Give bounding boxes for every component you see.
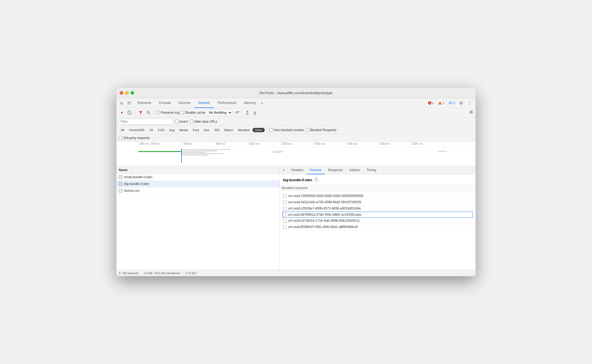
- help-icon[interactable]: ?: [314, 178, 318, 182]
- tabs-right-area: × 6 ! 3 9: [427, 100, 473, 107]
- ruler-mark-7: 1600 ms: [346, 142, 378, 147]
- filter-icon-btn[interactable]: [137, 109, 144, 116]
- tab-elements[interactable]: Elements: [134, 98, 155, 108]
- ruler-mark-3: 800 ms: [215, 142, 248, 147]
- resource-checkbox[interactable]: [283, 225, 286, 229]
- download-icon[interactable]: [252, 109, 258, 116]
- resource-checkbox[interactable]: [283, 213, 286, 217]
- type-all-button[interactable]: All: [119, 128, 127, 132]
- svg-line-9: [128, 111, 131, 114]
- type-other-button[interactable]: Other: [252, 128, 265, 132]
- timeline-ruler: 200 ms 400 ms 600 ms 800 ms 1000 ms 1200…: [138, 142, 476, 147]
- type-js-button[interactable]: JS: [147, 128, 155, 132]
- type-font-button[interactable]: Font: [191, 128, 201, 132]
- ruler-mark-5: 1200 ms: [280, 142, 313, 147]
- cursor-icon[interactable]: [119, 100, 126, 107]
- svg-point-7: [461, 102, 462, 104]
- file-row[interactable]: big-bundle-0.wbn: [116, 181, 279, 187]
- warning-badge[interactable]: ! 3: [437, 101, 446, 105]
- resource-checkbox[interactable]: [283, 219, 286, 223]
- resource-row[interactable]: urn:uuid:4d12c42e-e735-4088-8bd2-0f415f7…: [283, 199, 472, 205]
- info-badge[interactable]: 9: [447, 101, 456, 105]
- timeline-bar-gray-3: [182, 152, 206, 153]
- timeline-bar-gray-5: [182, 155, 209, 155]
- traffic-lights: [120, 91, 134, 95]
- resource-checkbox[interactable]: [283, 194, 286, 198]
- error-badge[interactable]: × 6: [427, 101, 435, 105]
- file-list: Name small-bundle-0.wbn: [116, 166, 280, 270]
- has-blocked-cookies-checkbox[interactable]: Has blocked cookies: [269, 128, 304, 132]
- detail-tab-headers[interactable]: Headers: [288, 166, 307, 174]
- title-bar: DevTools - www.jefftk.com/test/wbn9/prot…: [116, 88, 476, 98]
- type-filter-bar: All Fetch/XHR JS CSS Img Media Font Doc …: [116, 126, 476, 134]
- file-list-header: Name: [116, 166, 279, 174]
- resource-checkbox[interactable]: [283, 207, 286, 210]
- svg-marker-10: [139, 111, 142, 114]
- filter-input[interactable]: [119, 119, 173, 125]
- blocked-requests-checkbox[interactable]: Blocked Requests: [306, 128, 337, 132]
- file-icon: [119, 175, 122, 179]
- type-filter-separator: [266, 128, 267, 132]
- settings-icon[interactable]: [458, 100, 465, 107]
- type-doc-button[interactable]: Doc: [202, 128, 212, 132]
- tab-memory[interactable]: Memory: [240, 98, 260, 108]
- detail-panel: × Headers Preview Response Initiator Tim…: [280, 166, 476, 270]
- type-img-button[interactable]: Img: [167, 128, 177, 132]
- resource-size: 17.0 kB /: [185, 272, 197, 275]
- preserve-log-checkbox[interactable]: Preserve log: [156, 111, 179, 115]
- resource-row[interactable]: urn:uuid:e27afc54-171b-4afc-899b-93b135e…: [283, 218, 472, 224]
- timeline-bar-green: [138, 151, 181, 152]
- svg-text:×: ×: [429, 102, 430, 104]
- toolbar-separator: [135, 110, 135, 115]
- network-settings-icon[interactable]: [469, 110, 473, 115]
- hide-data-urls-checkbox[interactable]: Hide data URLs: [190, 120, 217, 124]
- resource-row[interactable]: urn:uuid:f9396e07-f081-4bfe-94a1-a8f954f…: [283, 224, 472, 230]
- close-button[interactable]: [120, 91, 123, 95]
- resource-checkbox[interactable]: [283, 200, 286, 204]
- tab-sources[interactable]: Sources: [175, 98, 194, 108]
- type-manifest-button[interactable]: Manifest: [236, 128, 252, 132]
- svg-text:!: !: [440, 102, 440, 105]
- third-party-bar: 3rd-party requests: [116, 134, 476, 142]
- status-separator-2: [183, 271, 183, 275]
- clear-button[interactable]: [126, 109, 133, 116]
- layers-icon[interactable]: [126, 100, 133, 107]
- wifi-icon-area: [235, 111, 239, 115]
- resource-row[interactable]: urn:uuid:10000000-0000-0000-0000-0000000…: [283, 193, 472, 199]
- file-row[interactable]: favicon.ico: [116, 187, 279, 194]
- tab-network[interactable]: Network: [194, 98, 214, 108]
- detail-tab-preview[interactable]: Preview: [307, 166, 325, 174]
- type-fetch-xhr-button[interactable]: Fetch/XHR: [127, 128, 147, 132]
- file-row[interactable]: small-bundle-0.wbn: [116, 174, 279, 181]
- type-css-button[interactable]: CSS: [156, 128, 166, 132]
- detail-tab-initiator[interactable]: Initiator: [346, 166, 363, 174]
- more-tabs-button[interactable]: »: [260, 98, 265, 108]
- more-options-icon[interactable]: ⋮: [466, 100, 473, 107]
- detail-tab-response[interactable]: Response: [325, 166, 346, 174]
- transferred-size: 2.3 kB / 54.5 kB transferred: [144, 272, 180, 275]
- disable-cache-checkbox[interactable]: Disable cache: [180, 111, 205, 115]
- timeline-bar-gray-4: [182, 153, 224, 154]
- type-wasm-button[interactable]: Wasm: [222, 128, 235, 132]
- fullscreen-button[interactable]: [131, 91, 134, 95]
- throttle-select[interactable]: No throttling: [206, 110, 232, 116]
- third-party-checkbox[interactable]: 3rd-party requests: [119, 136, 150, 140]
- type-media-button[interactable]: Media: [177, 128, 190, 132]
- main-area: Name small-bundle-0.wbn: [116, 166, 476, 270]
- resource-row-selected[interactable]: urn:uuid:dd78991a-57db-459c-b8b5-1e191f9…: [282, 212, 473, 218]
- upload-icon[interactable]: [244, 109, 251, 116]
- search-icon-btn[interactable]: [145, 109, 152, 116]
- minimize-button[interactable]: [125, 91, 129, 95]
- invert-checkbox[interactable]: Invert: [175, 120, 188, 124]
- type-ws-button[interactable]: WS: [212, 128, 222, 132]
- tab-performance[interactable]: Performance: [214, 98, 240, 108]
- record-button[interactable]: ●: [119, 109, 125, 116]
- detail-close-button[interactable]: ×: [280, 166, 288, 174]
- status-separator: [141, 271, 141, 275]
- svg-point-11: [147, 111, 149, 113]
- timeline-bars: [138, 148, 476, 166]
- tab-console[interactable]: Console: [155, 98, 175, 108]
- svg-rect-20: [119, 176, 122, 178]
- detail-tab-timing[interactable]: Timing: [363, 166, 380, 174]
- resource-row[interactable]: urn:uuid:c29cfba7-490b-4571-8656-a002a9f…: [283, 205, 472, 212]
